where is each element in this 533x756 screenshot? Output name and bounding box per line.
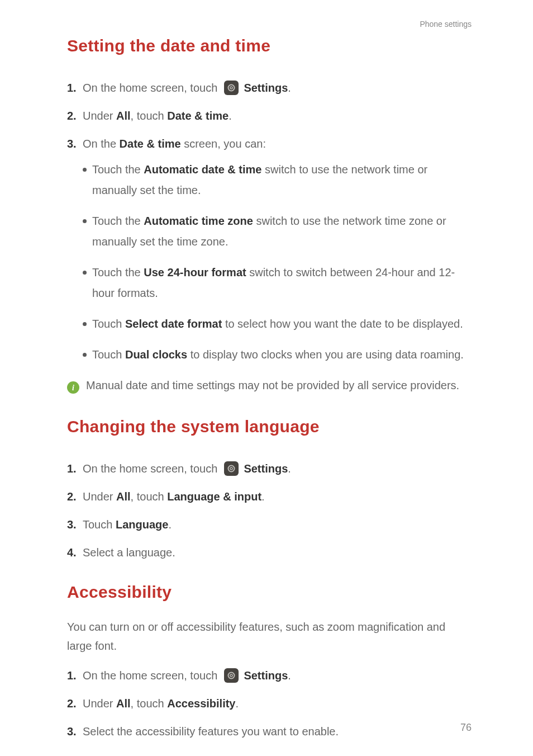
text-fragment: , touch bbox=[131, 110, 168, 122]
step-3-lang: 3. Touch Language. bbox=[67, 516, 472, 533]
bullet-text: Touch Select date format to select how y… bbox=[92, 314, 472, 334]
text-fragment: Touch the bbox=[92, 163, 144, 176]
info-note: i Manual date and time settings may not … bbox=[67, 375, 472, 396]
step-4-lang: 4. Select a language. bbox=[67, 544, 472, 561]
period: . bbox=[288, 82, 291, 94]
settings-label: Settings bbox=[244, 669, 288, 682]
text-fragment: On the bbox=[83, 138, 120, 150]
text-fragment: Under bbox=[83, 697, 116, 710]
bullet-list: Touch the Automatic date & time switch t… bbox=[83, 159, 472, 365]
text-fragment: , touch bbox=[131, 697, 168, 710]
step-text: Under All, touch Date & time. bbox=[83, 107, 472, 125]
step-number: 2. bbox=[67, 488, 83, 505]
all-label: All bbox=[116, 490, 131, 503]
step-number: 2. bbox=[67, 107, 83, 125]
step-number: 4. bbox=[67, 544, 83, 561]
option-label: Use 24-hour format bbox=[144, 266, 246, 278]
step-number: 1. bbox=[67, 667, 83, 684]
menu-label: Language bbox=[116, 518, 168, 531]
heading-changing-language: Changing the system language bbox=[67, 417, 472, 436]
bullet-dot-icon bbox=[83, 168, 87, 172]
bullet-item: Touch the Automatic time zone switch to … bbox=[83, 211, 472, 252]
svg-text:i: i bbox=[72, 384, 74, 392]
step-number: 3. bbox=[67, 722, 83, 740]
step-text: Under All, touch Language & input. bbox=[83, 488, 472, 505]
all-label: All bbox=[116, 110, 131, 122]
step-text: Touch Language. bbox=[83, 516, 472, 533]
bullet-text: Touch the Automatic time zone switch to … bbox=[92, 211, 472, 252]
settings-label: Settings bbox=[244, 82, 288, 94]
bullet-dot-icon bbox=[83, 353, 87, 357]
text-fragment: , touch bbox=[131, 490, 168, 503]
heading-setting-date-time: Setting the date and time bbox=[67, 36, 472, 55]
gear-icon bbox=[224, 668, 239, 683]
step-text: On the Date & time screen, you can: bbox=[83, 135, 472, 153]
bullet-item: Touch Dual clocks to display two clocks … bbox=[83, 344, 472, 365]
period: . bbox=[288, 462, 291, 475]
text-fragment: Touch bbox=[83, 518, 116, 531]
step-number: 3. bbox=[67, 135, 83, 153]
bullet-item: Touch Select date format to select how y… bbox=[83, 314, 472, 334]
heading-accessibility: Accessibility bbox=[67, 583, 472, 602]
period: . bbox=[288, 669, 291, 682]
menu-label: Language & input bbox=[167, 490, 261, 503]
step-text: On the home screen, touch Settings. bbox=[83, 460, 472, 478]
bullet-dot-icon bbox=[83, 271, 87, 275]
text-fragment: Under bbox=[83, 490, 116, 503]
svg-rect-5 bbox=[224, 461, 239, 476]
bullet-text: Touch Dual clocks to display two clocks … bbox=[92, 344, 472, 365]
text-fragment: to display two clocks when you are using… bbox=[187, 348, 464, 361]
text-fragment: Touch bbox=[92, 348, 125, 361]
bullet-dot-icon bbox=[83, 219, 87, 223]
bullet-item: Touch the Automatic date & time switch t… bbox=[83, 159, 472, 201]
svg-rect-8 bbox=[224, 668, 239, 683]
step-1-access: 1. On the home screen, touch Settings. bbox=[67, 667, 472, 684]
bullet-text: Touch the Automatic date & time switch t… bbox=[92, 159, 472, 201]
menu-label: Date & time bbox=[167, 110, 229, 122]
text-fragment: On the home screen, touch bbox=[83, 462, 221, 475]
step-3-access: 3. Select the accessibility features you… bbox=[67, 722, 472, 740]
note-text: Manual date and time settings may not be… bbox=[86, 375, 472, 396]
settings-label: Settings bbox=[244, 462, 288, 475]
menu-label: Accessibility bbox=[167, 697, 235, 710]
text-fragment: Touch bbox=[92, 318, 125, 330]
all-label: All bbox=[116, 697, 131, 710]
period: . bbox=[236, 697, 239, 710]
step-number: 2. bbox=[67, 694, 83, 712]
step-number: 1. bbox=[67, 460, 83, 478]
period: . bbox=[229, 110, 232, 122]
gear-icon bbox=[224, 81, 239, 95]
option-label: Automatic date & time bbox=[144, 163, 261, 176]
period: . bbox=[261, 490, 265, 503]
step-number: 3. bbox=[67, 516, 83, 533]
gear-icon bbox=[224, 461, 239, 476]
option-label: Dual clocks bbox=[125, 348, 187, 361]
text-fragment: to select how you want the date to be di… bbox=[222, 318, 463, 330]
header-section-label: Phone settings bbox=[420, 20, 472, 29]
accessibility-intro: You can turn on or off accessibility fea… bbox=[67, 617, 472, 655]
info-icon: i bbox=[67, 380, 79, 392]
step-text: Under All, touch Accessibility. bbox=[83, 694, 472, 712]
period: . bbox=[168, 518, 172, 531]
page-content: Setting the date and time 1. On the home… bbox=[0, 0, 533, 740]
text-fragment: Under bbox=[83, 110, 116, 122]
bullet-item: Touch the Use 24-hour format switch to s… bbox=[83, 262, 472, 304]
step-text: Select a language. bbox=[83, 544, 472, 561]
text-fragment: Touch the bbox=[92, 215, 144, 227]
step-text: On the home screen, touch Settings. bbox=[83, 79, 472, 97]
step-text: Select the accessibility features you wa… bbox=[83, 722, 472, 740]
step-1-date: 1. On the home screen, touch Settings. bbox=[67, 79, 472, 97]
page-number: 76 bbox=[460, 722, 472, 734]
step-1-lang: 1. On the home screen, touch Settings. bbox=[67, 460, 472, 478]
option-label: Select date format bbox=[125, 318, 222, 330]
step-number: 1. bbox=[67, 79, 83, 97]
step-2-lang: 2. Under All, touch Language & input. bbox=[67, 488, 472, 505]
menu-label: Date & time bbox=[120, 138, 181, 150]
step-2-date: 2. Under All, touch Date & time. bbox=[67, 107, 472, 125]
step-text: On the home screen, touch Settings. bbox=[83, 667, 472, 684]
bullet-dot-icon bbox=[83, 322, 87, 326]
svg-rect-0 bbox=[224, 81, 239, 95]
option-label: Automatic time zone bbox=[144, 215, 253, 227]
text-fragment: On the home screen, touch bbox=[83, 669, 221, 682]
text-fragment: screen, you can: bbox=[181, 138, 266, 150]
